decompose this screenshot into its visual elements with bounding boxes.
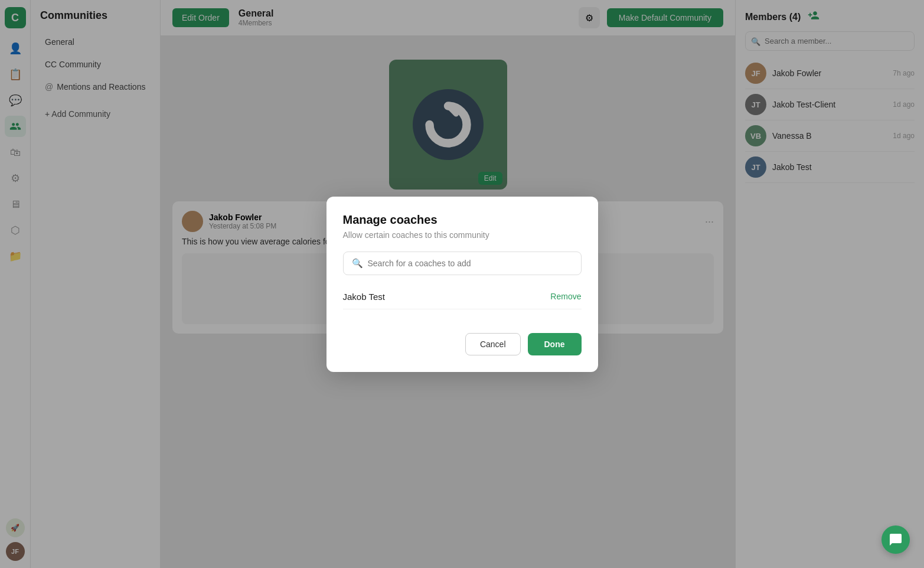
modal-overlay: Manage coaches Allow certain coaches to … xyxy=(0,0,924,568)
coach-name: Jakob Test xyxy=(343,292,385,302)
coach-search-input[interactable] xyxy=(368,259,573,268)
modal-subtitle: Allow certain coaches to this community xyxy=(343,230,582,240)
done-button[interactable]: Done xyxy=(528,333,582,355)
chat-fab-button[interactable] xyxy=(881,525,910,554)
coach-item-jakob-test: Jakob Test Remove xyxy=(343,285,582,309)
cancel-button[interactable]: Cancel xyxy=(465,333,521,355)
modal-actions: Cancel Done xyxy=(343,333,582,355)
modal-search-icon: 🔍 xyxy=(352,258,363,269)
remove-coach-button[interactable]: Remove xyxy=(550,292,581,301)
manage-coaches-modal: Manage coaches Allow certain coaches to … xyxy=(326,197,598,372)
coach-search-container: 🔍 xyxy=(343,252,582,275)
modal-title: Manage coaches xyxy=(343,213,582,227)
